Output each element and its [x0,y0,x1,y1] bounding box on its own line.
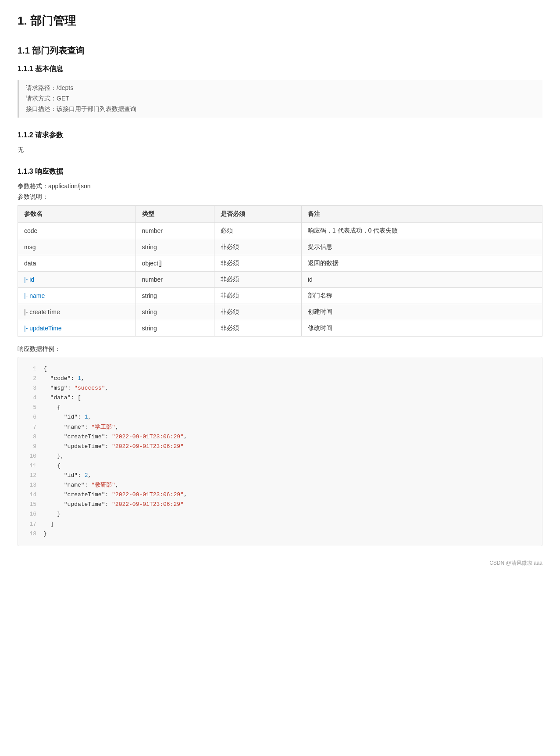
code-line: 10 }, [18,451,542,461]
params-table: 参数名 类型 是否必须 备注 codenumber必须响应码，1 代表成功，0 … [18,205,542,337]
code-line: 18} [18,529,542,539]
section-113-title: 1.1.3 响应数据 [18,167,542,176]
table-row: |- updateTimestring非必须修改时间 [18,320,542,337]
section-113: 1.1.3 响应数据 参数格式：application/json 参数说明： 参… [18,167,542,546]
col-header-type: 类型 [136,206,214,223]
section-112: 1.1.2 请求参数 无 [18,131,542,154]
param-desc-label: 参数说明： [18,193,542,201]
code-line: 15 "updateTime": "2022-09-01T23:06:29" [18,500,542,509]
section-111: 1.1.1 基本信息 请求路径：/depts 请求方式：GET 接口描述：该接口… [18,64,542,118]
col-header-name: 参数名 [18,206,136,223]
section-112-title: 1.1.2 请求参数 [18,131,542,140]
code-line: 17 ] [18,520,542,529]
table-row: |- namestring非必须部门名称 [18,288,542,304]
col-header-required: 是否必须 [214,206,301,223]
code-line: 7 "name": "学工部", [18,423,542,432]
col-header-note: 备注 [301,206,542,223]
code-line: 3 "msg": "success", [18,383,542,393]
code-line: 13 "name": "教研部", [18,480,542,490]
table-row: msgstring非必须提示信息 [18,239,542,255]
example-label: 响应数据样例： [18,345,542,353]
code-line: 11 { [18,461,542,471]
main-title: 1. 部门管理 [18,13,542,34]
table-row: |- createTimestring非必须创建时间 [18,304,542,320]
code-line: 4 "data": [ [18,393,542,403]
code-line: 2 "code": 1, [18,374,542,383]
code-block: 1{2 "code": 1,3 "msg": "success",4 "data… [18,357,542,546]
no-params-text: 无 [18,146,542,154]
method-row: 请求方式：GET [26,95,535,103]
code-line: 12 "id": 2, [18,471,542,480]
code-line: 9 "updateTime": "2022-09-01T23:06:29" [18,442,542,451]
code-line: 5 { [18,403,542,412]
table-row: dataobject[]非必须返回的数据 [18,255,542,272]
code-line: 1{ [18,364,542,374]
desc-row: 接口描述：该接口用于部门列表数据查询 [26,105,535,113]
code-line: 16 } [18,509,542,519]
footer-credit: CSDN @清风微凉 aaa [18,559,542,567]
code-line: 14 "createTime": "2022-09-01T23:06:29", [18,490,542,500]
section-111-title: 1.1.1 基本信息 [18,64,542,74]
path-row: 请求路径：/depts [26,84,535,92]
code-line: 8 "createTime": "2022-09-01T23:06:29", [18,432,542,442]
code-line: 6 "id": 1, [18,412,542,422]
table-header-row: 参数名 类型 是否必须 备注 [18,206,542,223]
table-row: codenumber必须响应码，1 代表成功，0 代表失败 [18,223,542,239]
basic-info-box: 请求路径：/depts 请求方式：GET 接口描述：该接口用于部门列表数据查询 [18,80,542,118]
table-row: |- idnumber非必须id [18,272,542,288]
subsection-title: 1.1 部门列表查询 [18,45,542,57]
param-format: 参数格式：application/json [18,183,542,190]
